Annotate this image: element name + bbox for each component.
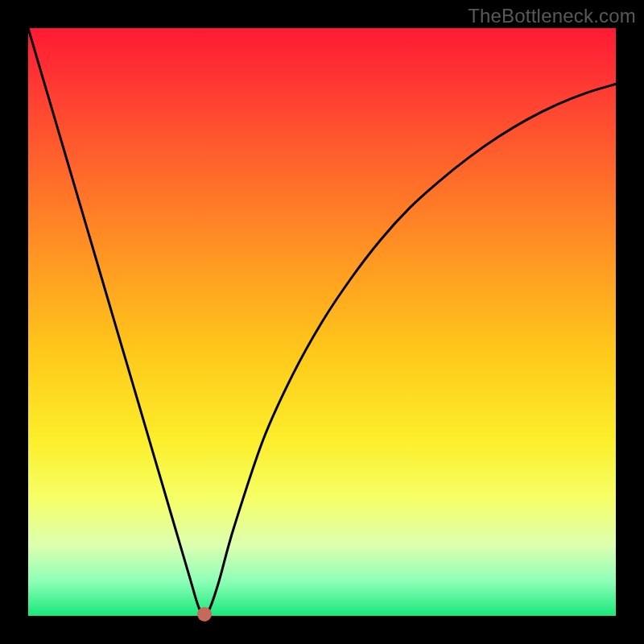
min-point-dot bbox=[197, 607, 212, 621]
bottleneck-curve bbox=[28, 28, 616, 616]
watermark-text: TheBottleneck.com bbox=[468, 5, 636, 27]
chart-frame bbox=[28, 28, 616, 616]
